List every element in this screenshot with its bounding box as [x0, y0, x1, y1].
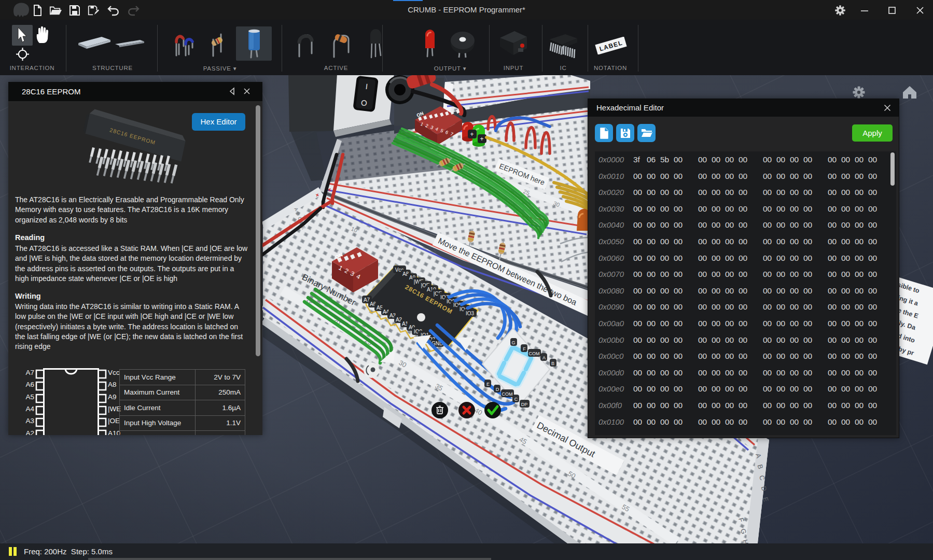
svg-text:COM: COM — [502, 391, 513, 397]
svg-text:C: C — [514, 397, 518, 402]
svg-text:O: O — [360, 98, 368, 107]
svg-text:A: A — [542, 355, 546, 360]
svg-text:COM: COM — [529, 351, 540, 356]
svg-text:G: G — [511, 340, 515, 345]
svg-text:E: E — [486, 382, 490, 387]
svg-text:IO3: IO3 — [466, 311, 475, 316]
svg-text:+: + — [470, 131, 474, 138]
svg-text:B: B — [551, 361, 554, 366]
svg-text:+: + — [480, 135, 483, 143]
svg-text:F: F — [523, 346, 526, 352]
svg-text:D: D — [496, 387, 499, 392]
svg-text:DP: DP — [521, 402, 528, 407]
